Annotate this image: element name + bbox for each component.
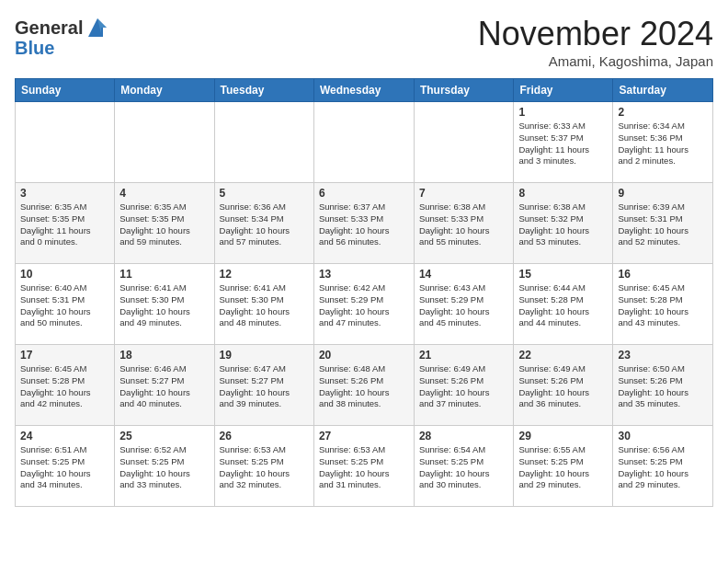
calendar-cell <box>313 102 414 183</box>
calendar-cell <box>115 102 214 183</box>
day-info: Sunrise: 6:40 AMSunset: 5:31 PMDaylight:… <box>20 282 109 329</box>
day-number: 18 <box>119 349 209 362</box>
day-info: Sunrise: 6:46 AMSunset: 5:27 PMDaylight:… <box>119 363 209 410</box>
calendar-cell: 17Sunrise: 6:45 AMSunset: 5:28 PMDayligh… <box>16 345 115 426</box>
day-info: Sunrise: 6:44 AMSunset: 5:28 PMDaylight:… <box>518 282 608 329</box>
calendar-cell: 12Sunrise: 6:41 AMSunset: 5:30 PMDayligh… <box>214 264 313 345</box>
day-number: 16 <box>618 268 708 281</box>
logo-icon <box>85 15 110 40</box>
day-info: Sunrise: 6:41 AMSunset: 5:30 PMDaylight:… <box>119 282 209 329</box>
day-number: 2 <box>618 106 708 119</box>
day-number: 14 <box>419 268 509 281</box>
day-info: Sunrise: 6:35 AMSunset: 5:35 PMDaylight:… <box>119 201 209 248</box>
calendar-cell: 21Sunrise: 6:49 AMSunset: 5:26 PMDayligh… <box>414 345 514 426</box>
day-number: 9 <box>618 187 708 200</box>
calendar-cell: 10Sunrise: 6:40 AMSunset: 5:31 PMDayligh… <box>16 264 115 345</box>
day-number: 13 <box>319 268 409 281</box>
calendar-cell: 3Sunrise: 6:35 AMSunset: 5:35 PMDaylight… <box>16 183 115 264</box>
calendar-cell: 1Sunrise: 6:33 AMSunset: 5:37 PMDaylight… <box>514 102 613 183</box>
weekday-header: Friday <box>514 79 613 102</box>
day-number: 6 <box>319 187 409 200</box>
weekday-header: Wednesday <box>313 79 414 102</box>
day-info: Sunrise: 6:53 AMSunset: 5:25 PMDaylight:… <box>220 444 309 491</box>
day-number: 8 <box>518 187 608 200</box>
calendar-cell: 19Sunrise: 6:47 AMSunset: 5:27 PMDayligh… <box>214 345 313 426</box>
day-info: Sunrise: 6:42 AMSunset: 5:29 PMDaylight:… <box>319 282 409 329</box>
day-number: 25 <box>119 430 209 442</box>
weekday-header-row: SundayMondayTuesdayWednesdayThursdayFrid… <box>16 79 713 102</box>
calendar-cell: 24Sunrise: 6:51 AMSunset: 5:25 PMDayligh… <box>16 426 115 507</box>
calendar-cell: 2Sunrise: 6:34 AMSunset: 5:36 PMDaylight… <box>613 102 713 183</box>
day-info: Sunrise: 6:35 AMSunset: 5:35 PMDaylight:… <box>20 201 109 248</box>
calendar-cell: 11Sunrise: 6:41 AMSunset: 5:30 PMDayligh… <box>115 264 214 345</box>
day-info: Sunrise: 6:41 AMSunset: 5:30 PMDaylight:… <box>220 282 309 329</box>
day-info: Sunrise: 6:37 AMSunset: 5:33 PMDaylight:… <box>319 201 409 248</box>
day-number: 3 <box>20 187 109 200</box>
page-header: General Blue November 2024 Amami, Kagosh… <box>15 15 713 69</box>
day-info: Sunrise: 6:39 AMSunset: 5:31 PMDaylight:… <box>618 201 708 248</box>
day-info: Sunrise: 6:53 AMSunset: 5:25 PMDaylight:… <box>319 444 409 491</box>
day-number: 5 <box>220 187 309 200</box>
day-number: 30 <box>618 430 708 442</box>
day-info: Sunrise: 6:33 AMSunset: 5:37 PMDaylight:… <box>518 121 608 167</box>
calendar-cell: 5Sunrise: 6:36 AMSunset: 5:34 PMDaylight… <box>214 183 313 264</box>
calendar-week-row: 3Sunrise: 6:35 AMSunset: 5:35 PMDaylight… <box>16 183 713 264</box>
day-number: 15 <box>518 268 608 281</box>
day-number: 11 <box>119 268 209 281</box>
day-number: 29 <box>518 430 608 442</box>
day-number: 23 <box>618 349 708 362</box>
day-info: Sunrise: 6:54 AMSunset: 5:25 PMDaylight:… <box>419 444 509 491</box>
day-info: Sunrise: 6:38 AMSunset: 5:32 PMDaylight:… <box>518 201 608 248</box>
logo: General Blue <box>15 15 110 57</box>
calendar-cell: 23Sunrise: 6:50 AMSunset: 5:26 PMDayligh… <box>613 345 713 426</box>
weekday-header: Saturday <box>613 79 713 102</box>
calendar-cell <box>16 102 115 183</box>
day-info: Sunrise: 6:51 AMSunset: 5:25 PMDaylight:… <box>20 444 109 491</box>
calendar-cell: 6Sunrise: 6:37 AMSunset: 5:33 PMDaylight… <box>313 183 414 264</box>
day-info: Sunrise: 6:50 AMSunset: 5:26 PMDaylight:… <box>618 363 708 410</box>
day-info: Sunrise: 6:48 AMSunset: 5:26 PMDaylight:… <box>319 363 409 410</box>
calendar-cell: 7Sunrise: 6:38 AMSunset: 5:33 PMDaylight… <box>414 183 514 264</box>
calendar-cell: 4Sunrise: 6:35 AMSunset: 5:35 PMDaylight… <box>115 183 214 264</box>
day-info: Sunrise: 6:49 AMSunset: 5:26 PMDaylight:… <box>518 363 608 410</box>
calendar-cell: 28Sunrise: 6:54 AMSunset: 5:25 PMDayligh… <box>414 426 514 507</box>
day-info: Sunrise: 6:52 AMSunset: 5:25 PMDaylight:… <box>119 444 209 491</box>
calendar-cell: 15Sunrise: 6:44 AMSunset: 5:28 PMDayligh… <box>514 264 613 345</box>
calendar-cell: 14Sunrise: 6:43 AMSunset: 5:29 PMDayligh… <box>414 264 514 345</box>
calendar-cell: 25Sunrise: 6:52 AMSunset: 5:25 PMDayligh… <box>115 426 214 507</box>
calendar-cell: 29Sunrise: 6:55 AMSunset: 5:25 PMDayligh… <box>514 426 613 507</box>
day-number: 7 <box>419 187 509 200</box>
day-number: 28 <box>419 430 509 442</box>
calendar-week-row: 24Sunrise: 6:51 AMSunset: 5:25 PMDayligh… <box>16 426 713 507</box>
day-number: 12 <box>220 268 309 281</box>
calendar-cell: 22Sunrise: 6:49 AMSunset: 5:26 PMDayligh… <box>514 345 613 426</box>
day-number: 1 <box>518 106 608 119</box>
calendar-cell <box>214 102 313 183</box>
day-number: 4 <box>119 187 209 200</box>
day-info: Sunrise: 6:34 AMSunset: 5:36 PMDaylight:… <box>618 121 708 167</box>
day-number: 21 <box>419 349 509 362</box>
calendar-table: SundayMondayTuesdayWednesdayThursdayFrid… <box>15 78 713 507</box>
day-info: Sunrise: 6:55 AMSunset: 5:25 PMDaylight:… <box>518 444 608 491</box>
calendar-cell: 18Sunrise: 6:46 AMSunset: 5:27 PMDayligh… <box>115 345 214 426</box>
month-title: November 2024 <box>478 15 713 53</box>
day-info: Sunrise: 6:45 AMSunset: 5:28 PMDaylight:… <box>20 363 109 410</box>
calendar-week-row: 1Sunrise: 6:33 AMSunset: 5:37 PMDaylight… <box>16 102 713 183</box>
calendar-week-row: 17Sunrise: 6:45 AMSunset: 5:28 PMDayligh… <box>16 345 713 426</box>
day-info: Sunrise: 6:56 AMSunset: 5:25 PMDaylight:… <box>618 444 708 491</box>
calendar-cell: 26Sunrise: 6:53 AMSunset: 5:25 PMDayligh… <box>214 426 313 507</box>
calendar-cell: 16Sunrise: 6:45 AMSunset: 5:28 PMDayligh… <box>613 264 713 345</box>
calendar-cell: 30Sunrise: 6:56 AMSunset: 5:25 PMDayligh… <box>613 426 713 507</box>
day-number: 19 <box>220 349 309 362</box>
location: Amami, Kagoshima, Japan <box>478 53 713 69</box>
day-number: 22 <box>518 349 608 362</box>
day-info: Sunrise: 6:43 AMSunset: 5:29 PMDaylight:… <box>419 282 509 329</box>
day-info: Sunrise: 6:36 AMSunset: 5:34 PMDaylight:… <box>220 201 309 248</box>
weekday-header: Tuesday <box>214 79 313 102</box>
day-number: 10 <box>20 268 109 281</box>
calendar-cell: 20Sunrise: 6:48 AMSunset: 5:26 PMDayligh… <box>313 345 414 426</box>
day-number: 27 <box>319 430 409 442</box>
day-info: Sunrise: 6:49 AMSunset: 5:26 PMDaylight:… <box>419 363 509 410</box>
day-info: Sunrise: 6:38 AMSunset: 5:33 PMDaylight:… <box>419 201 509 248</box>
day-info: Sunrise: 6:45 AMSunset: 5:28 PMDaylight:… <box>618 282 708 329</box>
